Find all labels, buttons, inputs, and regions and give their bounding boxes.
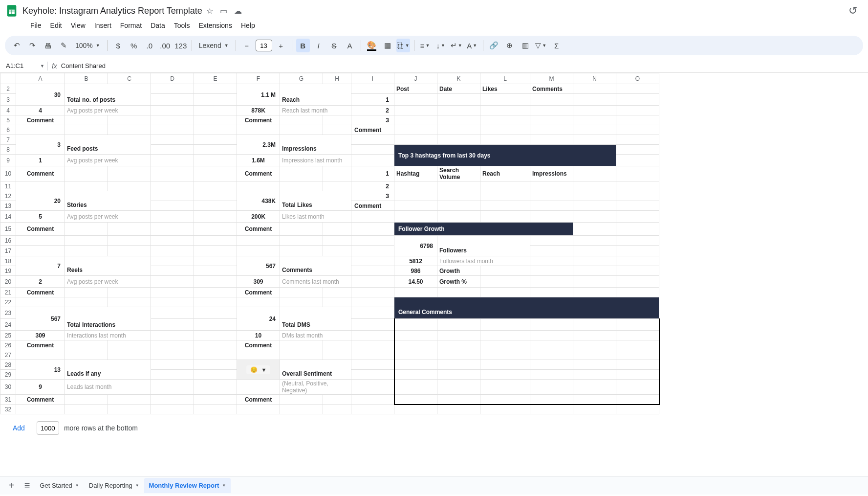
cell-M24[interactable] xyxy=(530,319,573,331)
cell-F32[interactable] xyxy=(237,405,280,414)
cell-O30[interactable] xyxy=(616,380,659,395)
font-size-input[interactable] xyxy=(256,40,272,51)
cell-F2[interactable]: 1.1 M xyxy=(237,84,280,106)
increase-decimal-button[interactable]: .00 xyxy=(158,39,172,52)
cell-I18[interactable] xyxy=(351,256,394,266)
cell-O28[interactable] xyxy=(616,360,659,370)
cell-E7[interactable] xyxy=(194,135,237,145)
cell-I26[interactable] xyxy=(351,340,394,350)
cell-O8[interactable] xyxy=(616,145,659,155)
cell-H32[interactable] xyxy=(323,405,351,414)
cell-B21[interactable] xyxy=(65,288,108,297)
cell-F12[interactable]: 438K xyxy=(237,191,280,211)
cell-D4[interactable] xyxy=(151,106,194,115)
cell-M30[interactable] xyxy=(530,380,573,395)
cell-D12[interactable] xyxy=(151,191,194,201)
cell-N12[interactable] xyxy=(573,191,616,201)
cell-L3[interactable] xyxy=(480,94,530,106)
horizontal-align-button[interactable]: ≡▼ xyxy=(418,39,432,52)
cell-K18[interactable]: Followers last month xyxy=(437,256,530,266)
cell-F27[interactable] xyxy=(237,350,280,360)
cell-F15[interactable]: Comment xyxy=(237,223,280,236)
cell-E20[interactable] xyxy=(194,276,237,288)
sheet-tab-2[interactable]: Monthly Review Report ▼ xyxy=(144,478,231,493)
cell-N25[interactable] xyxy=(573,331,616,340)
cell-C32[interactable] xyxy=(108,405,151,414)
cell-F18[interactable]: 567 xyxy=(237,256,280,276)
cell-C11[interactable] xyxy=(108,181,151,191)
cell-B20[interactable]: Avg posts per week xyxy=(65,276,151,288)
cell-B2[interactable]: Total no. of posts xyxy=(65,84,151,106)
cell-E31[interactable] xyxy=(194,395,237,405)
cell-G32[interactable] xyxy=(280,405,323,414)
cell-G27[interactable] xyxy=(280,350,323,360)
cell-N4[interactable] xyxy=(573,106,616,115)
menu-format[interactable]: Format xyxy=(116,20,146,31)
cell-C10[interactable] xyxy=(108,166,151,181)
cell-D13[interactable] xyxy=(151,201,194,211)
currency-button[interactable]: $ xyxy=(111,39,125,52)
menu-edit[interactable]: Edit xyxy=(46,20,66,31)
cell-I4[interactable]: 2 xyxy=(351,106,394,115)
cell-E4[interactable] xyxy=(194,106,237,115)
cell-J31[interactable] xyxy=(394,395,437,405)
cell-K10[interactable]: Search Volume xyxy=(437,166,480,181)
menu-data[interactable]: Data xyxy=(147,20,169,31)
cell-B25[interactable]: Interactions last month xyxy=(65,331,151,340)
document-title[interactable]: Keyhole: Instagram Analytics Report Temp… xyxy=(22,6,202,16)
zoom-dropdown[interactable]: 100%▼ xyxy=(72,42,103,49)
cell-G10[interactable] xyxy=(280,166,323,181)
cell-M32[interactable] xyxy=(530,405,573,414)
menu-view[interactable]: View xyxy=(67,20,89,31)
cell-J12[interactable] xyxy=(394,191,437,201)
cell-H15[interactable] xyxy=(323,223,351,236)
cell-I28[interactable] xyxy=(351,360,394,370)
cell-K19[interactable]: Growth xyxy=(437,266,480,276)
cell-L7[interactable] xyxy=(480,135,530,145)
move-icon[interactable]: ▭ xyxy=(220,6,227,16)
cell-K4[interactable] xyxy=(437,106,480,115)
cell-H10[interactable] xyxy=(323,166,351,181)
cell-A15[interactable]: Comment xyxy=(16,223,65,236)
cell-O14[interactable] xyxy=(616,211,659,223)
cell-H21[interactable] xyxy=(323,288,351,297)
cell-M3[interactable] xyxy=(530,94,573,106)
menu-extensions[interactable]: Extensions xyxy=(195,20,236,31)
cell-N20[interactable] xyxy=(573,276,616,288)
cell-E2[interactable] xyxy=(194,84,237,94)
cell-N15[interactable] xyxy=(573,223,616,236)
col-header-I[interactable]: I xyxy=(351,73,394,84)
cell-D20[interactable] xyxy=(151,276,194,288)
cell-K32[interactable] xyxy=(437,405,480,414)
cell-B31[interactable] xyxy=(65,395,108,405)
cell-K20[interactable]: Growth % xyxy=(437,276,480,288)
cell-A28[interactable]: 13 xyxy=(16,360,65,380)
cell-O10[interactable] xyxy=(616,166,659,181)
cell-L12[interactable] xyxy=(480,191,530,201)
cell-A7[interactable]: 3 xyxy=(16,135,65,155)
comment-button[interactable]: ⊕ xyxy=(503,39,517,52)
cell-E8[interactable] xyxy=(194,145,237,155)
cell-B17[interactable] xyxy=(65,246,108,256)
cell-O11[interactable] xyxy=(616,181,659,191)
cell-O20[interactable] xyxy=(616,276,659,288)
cell-O29[interactable] xyxy=(616,370,659,380)
cell-A20[interactable]: 2 xyxy=(16,276,65,288)
cell-D18[interactable] xyxy=(151,256,194,266)
cell-G20[interactable]: Comments last month xyxy=(280,276,351,288)
decrease-font-button[interactable]: − xyxy=(240,39,254,52)
cell-K25[interactable] xyxy=(437,331,480,340)
cell-O19[interactable] xyxy=(616,266,659,276)
cell-M5[interactable] xyxy=(530,115,573,125)
cell-O2[interactable] xyxy=(616,84,659,94)
print-button[interactable]: 🖶 xyxy=(41,39,55,52)
cell-J8[interactable]: Top 3 hashtags from last 30 days xyxy=(394,145,616,166)
cell-D7[interactable] xyxy=(151,135,194,145)
cell-O26[interactable] xyxy=(616,340,659,350)
cell-H17[interactable] xyxy=(323,246,351,256)
cell-L4[interactable] xyxy=(480,106,530,115)
cell-E24[interactable] xyxy=(194,319,237,331)
add-sheet-button[interactable]: + xyxy=(4,478,20,493)
cell-E15[interactable] xyxy=(194,223,237,236)
cell-F11[interactable] xyxy=(237,181,280,191)
